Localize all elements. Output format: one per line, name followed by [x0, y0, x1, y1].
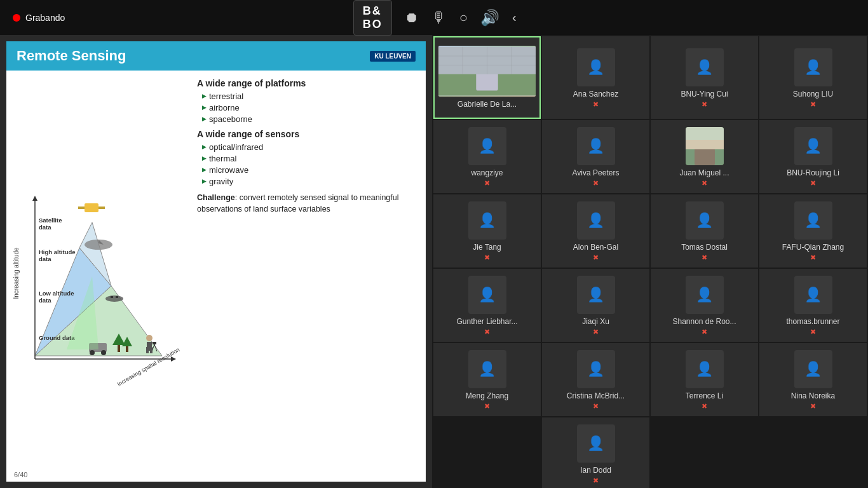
participant-name-jiaqi: Jiaqi Xu: [582, 317, 609, 326]
participant-tomas[interactable]: 👤 Tomas Dostal ✖: [651, 194, 758, 268]
back-icon[interactable]: ‹: [512, 10, 517, 25]
bo-logo: B&BO: [353, 0, 392, 36]
participant-juan[interactable]: Juan Miguel ... ✖: [651, 120, 758, 193]
mute-icon-ana: ✖: [593, 100, 599, 109]
participant-avatar-ian: 👤: [577, 424, 615, 463]
participant-wangziye[interactable]: 👤 wangziye ✖: [433, 120, 541, 193]
participant-name-ian: Ian Dodd: [580, 466, 611, 475]
participant-name-nina: Nina Noreika: [791, 391, 835, 400]
mute-icon-aviva: ✖: [593, 179, 599, 187]
participant-ian[interactable]: 👤 Ian Dodd ✖: [542, 417, 649, 488]
mute-icon-bnu-ying: ✖: [702, 100, 707, 109]
participant-name-shannon: Shannon de Roo...: [672, 317, 736, 326]
topbar-center: B&BO ⏺ 🎙 ○ 🔊 ‹: [353, 0, 517, 36]
participant-avatar-ana: 👤: [577, 48, 615, 86]
participant-avatar-thomas-b: 👤: [794, 276, 832, 314]
svg-text:data: data: [39, 297, 51, 304]
participants-grid: Gabrielle De La... 👤 Ana Sanchez ✖ 👤 BNU…: [432, 35, 868, 488]
svg-rect-34: [153, 342, 156, 344]
participant-avatar-meng: 👤: [468, 350, 506, 388]
participant-avatar-cristina: 👤: [577, 350, 615, 388]
sound-icon[interactable]: 🔊: [480, 9, 499, 27]
participant-fafu[interactable]: 👤 FAFU-Qian Zhang ✖: [759, 194, 867, 268]
diagram-svg: Increasing altitude: [10, 74, 187, 473]
participant-gunther[interactable]: 👤 Gunther Liebhar... ✖: [433, 269, 541, 342]
svg-text:data: data: [39, 224, 51, 231]
participant-name-terrence: Terrence Li: [686, 391, 723, 400]
section2-title: A wide range of sensors: [197, 129, 419, 139]
participant-name-suhong: Suhong LIU: [793, 90, 833, 98]
main-content: Remote Sensing KU LEUVEN Increasing alti…: [0, 35, 868, 488]
slide-body: Increasing altitude: [6, 71, 426, 476]
participant-avatar-wangziye: 👤: [468, 127, 506, 165]
participant-shannon[interactable]: 👤 Shannon de Roo... ✖: [651, 269, 758, 342]
mute-icon-shannon: ✖: [702, 328, 707, 336]
participant-jie-tang[interactable]: 👤 Jie Tang ✖: [433, 194, 541, 268]
participant-aviva[interactable]: 👤 Aviva Peeters ✖: [542, 120, 649, 193]
slide-text: A wide range of platforms terrestrial ai…: [191, 71, 426, 476]
topbar-left: Grabando: [13, 13, 65, 23]
section1-list: terrestrial airborne spaceborne: [202, 92, 419, 124]
mute-icon-bnu-roujing: ✖: [810, 179, 816, 187]
svg-rect-32: [146, 347, 149, 353]
slide-title: Remote Sensing: [17, 48, 126, 64]
participant-thomas-b[interactable]: 👤 thomas.brunner ✖: [759, 269, 867, 342]
participant-meng[interactable]: 👤 Meng Zhang ✖: [433, 343, 541, 416]
participant-name-thomas-b: thomas.brunner: [786, 317, 839, 326]
record-icon[interactable]: ⏺: [405, 10, 419, 26]
participant-gabrielle[interactable]: Gabrielle De La...: [433, 36, 541, 119]
slide-header: Remote Sensing KU LEUVEN: [6, 41, 426, 71]
participant-bnu-roujing[interactable]: 👤 BNU-Roujing Li ✖: [759, 120, 867, 193]
recording-label: Grabando: [25, 13, 65, 23]
presentation-panel: Remote Sensing KU LEUVEN Increasing alti…: [0, 35, 432, 488]
participant-alon[interactable]: 👤 Alon Ben-Gal ✖: [542, 194, 649, 268]
participant-name-cristina: Cristina McBrid...: [567, 391, 625, 400]
participant-empty-1: [433, 417, 541, 488]
circle-icon[interactable]: ○: [459, 10, 468, 26]
slide-diagram: Increasing altitude: [6, 71, 191, 476]
participant-name-gabrielle: Gabrielle De La...: [458, 100, 517, 109]
ku-leuven-badge: KU LEUVEN: [370, 51, 416, 62]
svg-marker-15: [171, 356, 176, 362]
participant-suhong[interactable]: 👤 Suhong LIU ✖: [759, 36, 867, 119]
svg-point-9: [105, 295, 123, 302]
list-item: gravity: [202, 177, 419, 186]
mute-icon-jiaqi: ✖: [593, 328, 599, 336]
participant-avatar-shannon: 👤: [686, 276, 724, 314]
participant-name-gunther: Gunther Liebhar...: [456, 317, 517, 326]
list-item: airborne: [202, 103, 419, 112]
mute-icon-fafu: ✖: [810, 254, 816, 262]
list-item: optical/infrared: [202, 142, 419, 152]
slide-page: 6/40: [14, 471, 27, 478]
participant-name-fafu: FAFU-Qian Zhang: [782, 243, 844, 252]
participant-bnu-ying[interactable]: 👤 BNU-Ying Cui ✖: [651, 36, 758, 119]
mic-icon[interactable]: 🎙: [431, 9, 447, 27]
svg-text:data: data: [39, 255, 51, 262]
mute-icon-thomas-b: ✖: [810, 328, 816, 336]
participant-avatar-tomas: 👤: [686, 201, 724, 240]
svg-point-24: [90, 350, 95, 355]
participant-cristina[interactable]: 👤 Cristina McBrid... ✖: [542, 343, 649, 416]
svg-rect-6: [98, 207, 105, 209]
list-item: thermal: [202, 154, 419, 163]
participant-terrence[interactable]: 👤 Terrence Li ✖: [651, 343, 758, 416]
participant-name-aviva: Aviva Peeters: [573, 168, 620, 177]
svg-rect-26: [118, 344, 120, 352]
participant-avatar-bnu-ying: 👤: [686, 48, 724, 86]
svg-rect-5: [78, 207, 85, 209]
svg-rect-51: [695, 149, 715, 165]
gabrielle-video: [438, 46, 536, 97]
participant-nina[interactable]: 👤 Nina Noreika ✖: [759, 343, 867, 416]
participant-jiaqi[interactable]: 👤 Jiaqi Xu ✖: [542, 269, 649, 342]
mute-icon-meng: ✖: [484, 402, 490, 410]
participant-avatar-alon: 👤: [577, 201, 615, 240]
participant-name-bnu-roujing: BNU-Roujing Li: [787, 168, 839, 177]
svg-text:Satellite: Satellite: [39, 217, 62, 224]
mute-icon-wangziye: ✖: [484, 179, 490, 187]
participant-name-bnu-ying: BNU-Ying Cui: [681, 90, 728, 98]
participant-avatar-jie-tang: 👤: [468, 201, 506, 240]
mute-icon-jie-tang: ✖: [484, 254, 490, 262]
participant-ana[interactable]: 👤 Ana Sanchez ✖: [542, 36, 649, 119]
participant-avatar-suhong: 👤: [794, 48, 832, 86]
svg-rect-28: [126, 346, 128, 352]
